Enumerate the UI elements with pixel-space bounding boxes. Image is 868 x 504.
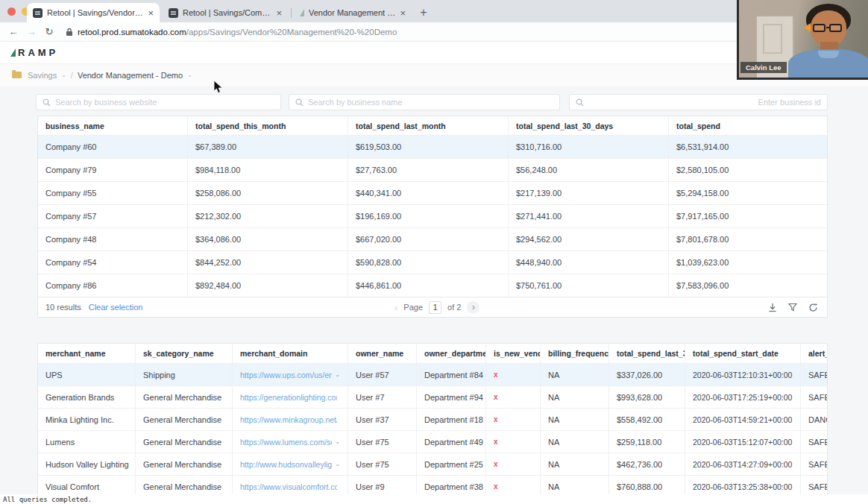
cell-spend: $7,583,096.00 (668, 274, 828, 297)
merchant-domain-link[interactable]: https://www.ups.com/us/en/Ho (240, 371, 332, 379)
table-row[interactable]: Company #60 $67,389.00 $619,503.00 $310,… (38, 135, 827, 158)
column-header[interactable]: merchant_name (38, 344, 135, 363)
table-row[interactable]: Company #86 $892,484.00 $446,861.00 $750… (38, 274, 827, 297)
url-domain: retool.prod.sumatokado.com (78, 28, 186, 37)
url-field[interactable]: retool.prod.sumatokado.com/apps/Savings/… (66, 28, 397, 37)
business-id-field[interactable] (569, 94, 828, 110)
column-header[interactable]: total_spend_last_30_d... (608, 344, 685, 363)
new-tab-button[interactable]: + (415, 4, 433, 22)
cell-spend: $27,763.00 (347, 159, 508, 181)
column-header[interactable]: alert_st (800, 344, 828, 363)
chevron-down-icon[interactable]: ⌄ (61, 72, 66, 78)
cell-business-name: Company #60 (38, 136, 187, 158)
mouse-cursor (213, 81, 224, 94)
cell-spend: $750,761.00 (508, 274, 668, 297)
cell-spend: $212,302.00 (187, 205, 347, 227)
merchant-domain-link[interactable]: https://www.visualcomfort.com/ (240, 482, 337, 491)
page-prev-icon[interactable]: ‹ (394, 302, 397, 313)
window-close-icon[interactable] (7, 7, 16, 16)
tab-close-icon[interactable]: × (148, 8, 154, 18)
forward-icon[interactable]: → (22, 26, 40, 37)
webcam-overlay[interactable]: Calvin Lee (737, 0, 868, 80)
tab-close-icon[interactable]: × (276, 8, 282, 18)
chevron-down-icon[interactable]: ⌄ (187, 72, 192, 78)
business-id-input[interactable] (588, 98, 821, 107)
download-icon[interactable] (768, 303, 777, 312)
page-next-icon[interactable]: › (467, 301, 479, 314)
column-header[interactable]: merchant_domain (232, 344, 347, 363)
reload-icon[interactable]: ↻ (40, 26, 58, 37)
ramp-logo[interactable]: RAMP (10, 47, 58, 58)
cell-spend: $892,484.00 (187, 274, 347, 297)
column-header[interactable]: is_new_vendor (485, 344, 540, 363)
refresh-icon[interactable] (808, 303, 818, 312)
cell-date: 2020-06-03T12:10:31+00:00 (685, 364, 800, 385)
status-text: All queries completed. (3, 496, 92, 503)
cell-spend: $6,531,914.00 (668, 136, 828, 158)
table-row[interactable]: Lumens General Merchandise https://www.l… (38, 430, 827, 453)
cell-spend: $337,026.00 (608, 364, 685, 385)
search-name-field[interactable] (289, 94, 560, 110)
page-number-input[interactable]: 1 (429, 301, 441, 314)
column-header[interactable]: total_spend_last_month (347, 116, 508, 135)
table-row[interactable]: Hudson Valley Lighting General Merchandi… (38, 453, 827, 475)
column-header[interactable]: billing_frequency (540, 344, 608, 363)
merchant-domain-link[interactable]: https://www.minkagroup.net/ (240, 415, 337, 424)
false-x-icon: x (494, 482, 498, 491)
tab-close-icon[interactable]: × (400, 8, 406, 18)
cell-alert-status: SAFE (800, 453, 828, 475)
filter-icon[interactable] (788, 303, 797, 312)
false-x-icon: x (494, 371, 498, 379)
table-row[interactable]: UPS Shipping https://www.ups.com/us/en/H… (38, 363, 827, 385)
cell-spend: $984,118.00 (187, 159, 347, 181)
cell-billing: NA (540, 409, 608, 430)
column-header[interactable]: sk_category_name (135, 344, 232, 363)
column-header[interactable]: total_spend_last_30_days (508, 116, 668, 135)
expand-icon[interactable]: ⌄ (335, 371, 340, 378)
ramp-triangle-icon (10, 48, 16, 57)
browser-tab-command-center[interactable]: Retool | Savings/Command Ce × (163, 3, 288, 22)
table-row[interactable]: Minka Lighting Inc. General Merchandise … (38, 408, 827, 430)
search-name-input[interactable] (308, 98, 553, 107)
cell-department: Department #25 (416, 453, 485, 475)
retool-favicon (33, 8, 43, 18)
breadcrumb-page[interactable]: Vendor Management - Demo (78, 71, 183, 80)
table-footer: 10 results Clear selection ‹ Page 1 of 2… (38, 297, 827, 317)
merchant-domain-link[interactable]: https://www.lumens.com/sonne (240, 438, 332, 447)
breadcrumb-section[interactable]: Savings (28, 71, 57, 80)
search-website-field[interactable] (36, 94, 281, 110)
table-row[interactable]: Company #54 $844,252.00 $590,828.00 $448… (38, 251, 827, 274)
table-row[interactable]: Company #55 $258,086.00 $440,341.00 $217… (38, 181, 827, 204)
table-row[interactable]: Company #57 $212,302.00 $196,169.00 $271… (38, 204, 827, 227)
browser-tab-vendor-management[interactable]: Retool | Savings/Vendor Mana × (27, 3, 160, 22)
column-header[interactable]: total_spend (668, 116, 828, 135)
expand-icon[interactable]: ⌄ (335, 438, 340, 445)
table-row[interactable]: Company #48 $364,086.00 $667,020.00 $294… (38, 227, 827, 251)
table-row[interactable]: Generation Brands General Merchandise ht… (38, 385, 827, 408)
cell-billing: NA (540, 364, 608, 385)
back-icon[interactable]: ← (4, 26, 22, 37)
search-website-input[interactable] (55, 98, 274, 107)
browser-tab-ramp[interactable]: Vendor Management | Ramp × (294, 3, 412, 22)
column-header[interactable]: owner_name (347, 344, 416, 363)
column-header[interactable]: business_name (38, 116, 187, 135)
expand-icon[interactable]: ⌄ (335, 461, 340, 467)
merchant-domain-link[interactable]: http://www.hudsonvalleylightin (240, 460, 332, 469)
tab-title: Retool | Savings/Vendor Mana (47, 8, 143, 17)
cell-spend: $844,252.00 (187, 251, 347, 274)
merchant-domain-link[interactable]: https://generationlighting.com/ (240, 393, 337, 402)
table-row[interactable]: Company #79 $984,118.00 $27,763.00 $56,2… (38, 158, 827, 181)
cell-owner: User #37 (347, 409, 416, 430)
false-x-icon: x (494, 460, 498, 468)
column-header[interactable]: owner_department (416, 344, 485, 363)
cell-spend: $271,441.00 (508, 205, 668, 227)
cell-spend: $448,940.00 (508, 251, 668, 274)
cell-spend: $2,580,105.00 (668, 159, 828, 181)
column-header[interactable]: total_spend_this_month (187, 116, 347, 135)
column-header[interactable]: total_spend_start_date (685, 344, 800, 363)
cell-spend: $590,828.00 (347, 251, 508, 274)
clear-selection-link[interactable]: Clear selection (89, 303, 143, 312)
cell-spend: $558,492.00 (608, 409, 685, 430)
table-header-row: business_name total_spend_this_month tot… (38, 116, 827, 135)
cell-category: Shipping (135, 364, 232, 385)
